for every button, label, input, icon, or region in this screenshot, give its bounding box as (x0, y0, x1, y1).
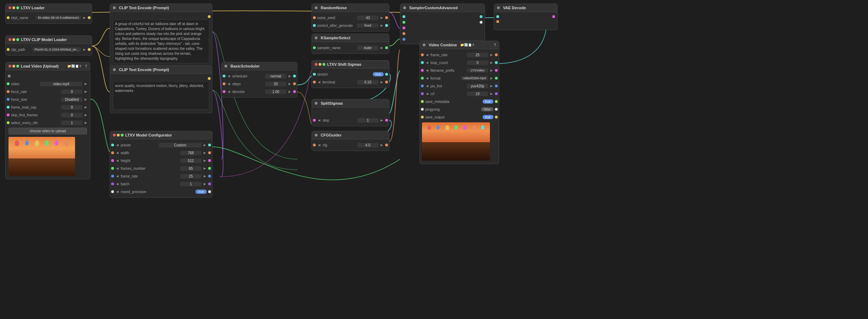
config-height-label: height (121, 159, 179, 163)
scheduler-scheduler-right-arrow[interactable]: ▶ (288, 74, 292, 78)
cfg-left-arrow[interactable]: ◀ (317, 143, 321, 147)
config-frames-value[interactable]: 65 (180, 166, 201, 171)
sampler-custom-sigmas-conn (402, 32, 405, 35)
config-framerate-label: frame_rate (121, 174, 179, 178)
load-video-video-arrow[interactable]: ▶ (84, 82, 88, 86)
config-width-right-arrow[interactable]: ▶ (203, 151, 207, 155)
load-video-frame-load-arrow[interactable]: ▶ (84, 105, 88, 109)
vc-pixfmt-right-arrow[interactable]: ▶ (490, 84, 493, 88)
scheduler-denoise-right-arrow[interactable]: ▶ (288, 90, 292, 93)
ltxv-loader-ckpt-arrow[interactable]: ▶ (82, 16, 86, 19)
vc-loop-right-arrow[interactable]: ▶ (490, 61, 493, 64)
canvas: LTXV Loader ckpt_name ltx-video-2b-v0.9.… (0, 0, 868, 319)
config-batch-value[interactable]: 1 (180, 182, 201, 186)
random-noise-seed-value[interactable]: 43 (357, 16, 378, 20)
dot-green-ls (322, 63, 325, 66)
ksampler-name-value[interactable]: euler (357, 46, 378, 50)
cfg-value[interactable]: 4.0 (357, 143, 378, 147)
config-frames-left-arrow[interactable]: ◀ (115, 167, 119, 170)
load-video-skip-arrow[interactable]: ▶ (84, 113, 88, 117)
config-height-left-arrow[interactable]: ◀ (115, 159, 119, 162)
vc-framerate-left-arrow[interactable]: ◀ (425, 53, 429, 57)
load-video-force-size-arrow[interactable]: ▶ (84, 98, 88, 101)
load-video-help[interactable]: ? (85, 64, 87, 68)
vc-prefix-left-arrow[interactable]: ◀ (425, 69, 429, 72)
vc-crf-value[interactable]: 19 (467, 92, 488, 96)
config-batch-conn-left (111, 182, 114, 185)
config-height-right-arrow[interactable]: ▶ (203, 159, 207, 162)
shift-terminal-value[interactable]: 0.10 (357, 80, 378, 85)
ltxv-clip-path-label: clip_path (11, 48, 31, 52)
cfg-right-arrow[interactable]: ▶ (380, 143, 384, 147)
clip-text-neg-textarea[interactable]: worst quality, inconsistent motion, blur… (113, 81, 209, 110)
ltxv-loader-ckpt-value[interactable]: ltx-video-2b-v0.9.safetensors (36, 16, 81, 20)
clip-text-pos-header: CLIP Text Encode (Prompt) (110, 4, 212, 12)
split-step-row: ◀ step 1 ▶ (312, 116, 389, 124)
scheduler-steps-right-arrow[interactable]: ▶ (288, 82, 292, 86)
ksampler-name-arrow[interactable]: ▶ (380, 46, 384, 50)
config-height-value[interactable]: 512 (180, 158, 201, 163)
node-load-video: Load Video (Upload) 📁🔄📋⬆ ? video video.m… (5, 62, 90, 179)
ltxv-clip-path-value[interactable]: PixArt-XL-2-1024-MS/text_en... (33, 47, 81, 52)
config-width-left-arrow[interactable]: ◀ (115, 151, 119, 155)
scheduler-denoise-left-arrow[interactable]: ◀ (227, 90, 231, 93)
scheduler-steps-left-arrow[interactable]: ◀ (227, 82, 231, 86)
config-batch-right-arrow[interactable]: ▶ (203, 182, 207, 186)
config-precision-left-arrow[interactable]: ◀ (115, 190, 119, 193)
vc-metadata-toggle[interactable]: true (482, 99, 494, 104)
load-video-frame-load-value[interactable]: 0 (61, 105, 82, 110)
config-preset-value[interactable]: Custom (159, 143, 201, 147)
vc-pingpong-value[interactable]: false (481, 107, 493, 111)
vc-prefix-right-arrow[interactable]: ▶ (490, 69, 493, 72)
random-noise-control-arrow[interactable]: ▶ (380, 24, 384, 27)
vc-loop-value[interactable]: 0 (467, 60, 488, 65)
config-preset-left-arrow[interactable]: ◀ (115, 143, 119, 147)
vc-framerate-value[interactable]: 25 (467, 53, 488, 57)
load-video-force-size-value[interactable]: Disabled (61, 97, 82, 102)
split-step-right-arrow[interactable]: ▶ (380, 118, 384, 122)
config-preset-right-arrow[interactable]: ▶ (203, 143, 207, 147)
vc-crf-right-arrow[interactable]: ▶ (490, 92, 493, 95)
config-framerate-value[interactable]: 25 (180, 174, 201, 179)
config-width-value[interactable]: 768 (180, 151, 201, 155)
config-batch-left-arrow[interactable]: ◀ (115, 182, 119, 186)
random-noise-control-value[interactable]: fixed (357, 23, 378, 28)
split-step-left-arrow[interactable]: ◀ (317, 118, 321, 122)
load-video-select-value[interactable]: 1 (61, 121, 82, 125)
config-precision-toggle[interactable]: true (195, 190, 207, 194)
vc-pixfmt-left-arrow[interactable]: ◀ (425, 84, 429, 88)
vc-pixfmt-value[interactable]: yuv420p (467, 84, 488, 88)
ksampler-name-conn-right (385, 46, 388, 49)
vc-format-right-arrow[interactable]: ▶ (490, 76, 493, 80)
sampler-custom-out-conn (480, 15, 482, 18)
video-combine-help[interactable]: ? (494, 43, 496, 47)
config-frames-right-arrow[interactable]: ▶ (203, 167, 207, 170)
vc-loop-left-arrow[interactable]: ◀ (425, 61, 429, 64)
scheduler-steps-value[interactable]: 20 (265, 82, 286, 86)
load-video-force-rate-value[interactable]: 0 (61, 89, 82, 94)
load-video-skip-value[interactable]: 0 (61, 113, 82, 117)
vc-prefix-value[interactable]: LTXVideo (467, 68, 488, 72)
config-framerate-right-arrow[interactable]: ▶ (203, 174, 207, 178)
shift-terminal-right-arrow[interactable]: ▶ (380, 80, 384, 84)
scheduler-scheduler-left-arrow[interactable]: ◀ (227, 74, 231, 78)
vc-format-left-arrow[interactable]: ◀ (425, 76, 429, 80)
load-video-select-arrow[interactable]: ▶ (84, 121, 88, 124)
scheduler-denoise-value[interactable]: 1.00 (265, 89, 286, 94)
vc-framerate-right-arrow[interactable]: ▶ (490, 53, 493, 57)
load-video-force-rate-arrow[interactable]: ▶ (84, 90, 88, 93)
ltxv-clip-path-arrow[interactable]: ▶ (82, 48, 86, 51)
shift-stretch-toggle[interactable]: true (373, 72, 384, 76)
random-noise-seed-arrow[interactable]: ▶ (380, 16, 384, 19)
scheduler-scheduler-value[interactable]: normal (265, 74, 286, 79)
video-thumbnail-preview (8, 137, 75, 176)
config-framerate-left-arrow[interactable]: ◀ (115, 174, 119, 178)
vc-crf-left-arrow[interactable]: ◀ (425, 92, 429, 95)
shift-terminal-left-arrow[interactable]: ◀ (317, 80, 321, 84)
split-step-value[interactable]: 1 (357, 118, 378, 123)
load-video-video-value[interactable]: video.mp4 (40, 82, 82, 86)
vc-saveoutput-toggle[interactable]: true (482, 115, 494, 119)
clip-text-pos-textarea[interactable]: A group of colorful hot air balloons tak… (113, 19, 209, 63)
vc-format-value[interactable]: video/h264-mp4 (461, 76, 488, 80)
choose-video-button[interactable]: choose video to upload (8, 128, 87, 134)
